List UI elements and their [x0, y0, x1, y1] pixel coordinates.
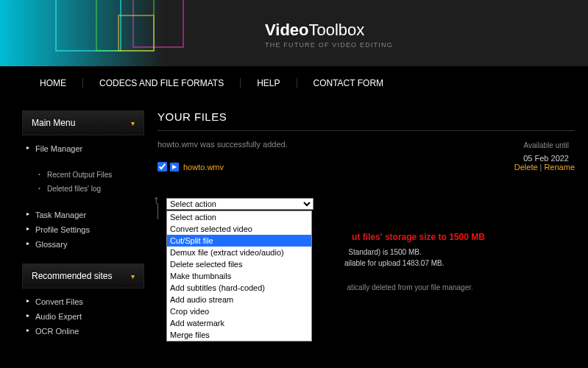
sidebar-item-task-manager[interactable]: Task Manager [22, 208, 144, 222]
deco-box [118, 15, 155, 52]
option-watermark[interactable]: Add watermark [167, 317, 311, 329]
file-row: ▶ howto.wmv Delete|Rename [157, 162, 575, 171]
option-select-action[interactable]: Select action [167, 211, 311, 223]
nav-codecs[interactable]: CODECS AND FILE FORMATS [83, 78, 241, 88]
option-convert[interactable]: Convert selected video [167, 223, 311, 235]
arrow-up-icon: ↑ [153, 194, 159, 206]
option-delete[interactable]: Delete selected files [167, 258, 311, 270]
recommended-header[interactable]: Recommended sites ▾ [22, 263, 144, 289]
rename-link[interactable]: Rename [544, 163, 575, 171]
action-select[interactable]: Select action [166, 198, 314, 210]
sidebar-item-recent-output[interactable]: Recent Output Files [22, 168, 144, 182]
option-demux[interactable]: Demux file (extract video/audio) [167, 247, 311, 258]
sidebar-item-profile-settings[interactable]: Profile Settings [22, 222, 144, 237]
option-audio-stream[interactable]: Add audio stream [167, 294, 311, 305]
available-until: Available until 05 Feb 2022 [523, 141, 569, 163]
main-menu-header[interactable]: Main Menu ▾ [22, 110, 144, 135]
sidebar-item-deleted-log[interactable]: Deleted files' log [22, 182, 144, 196]
header-banner: VideoToolbox THE FUTURE OF VIDEO EDITING [0, 0, 588, 66]
top-nav: HOME CODECS AND FILE FORMATS HELP CONTAC… [0, 66, 588, 100]
option-cut-split[interactable]: Cut/Split file [167, 235, 311, 247]
option-crop[interactable]: Crop video [167, 305, 311, 317]
sidebar-item-file-manager[interactable]: File Manager [22, 141, 144, 156]
file-checkbox[interactable] [157, 162, 167, 171]
nav-help[interactable]: HELP [241, 78, 297, 88]
file-name[interactable]: howto.wmv [183, 163, 224, 171]
brand-logo: VideoToolbox THE FUTURE OF VIDEO EDITING [265, 21, 393, 49]
sidebar-item-glossary[interactable]: Glossary [22, 237, 144, 252]
option-subtitles[interactable]: Add subtitles (hard-coded) [167, 282, 311, 294]
chevron-down-icon: ▾ [131, 119, 135, 127]
success-message: howto.wmv was successfully added. [157, 140, 575, 149]
delete-link[interactable]: Delete [514, 163, 538, 171]
nav-contact[interactable]: CONTACT FORM [297, 78, 400, 88]
page-title: YOUR FILES [157, 110, 575, 131]
sidebar-item-convert-files[interactable]: Convert Files [22, 294, 144, 309]
action-dropdown[interactable]: Select action Convert selected video Cut… [166, 210, 312, 342]
option-thumbnails[interactable]: Make thumbnails [167, 270, 311, 282]
chevron-down-icon: ▾ [131, 272, 135, 280]
sidebar-item-ocr-online[interactable]: OCR Online [22, 324, 144, 339]
play-icon[interactable]: ▶ [170, 163, 179, 171]
nav-home[interactable]: HOME [24, 78, 83, 88]
sidebar-item-audio-expert[interactable]: Audio Expert [22, 309, 144, 324]
option-merge[interactable]: Merge files [167, 329, 311, 341]
